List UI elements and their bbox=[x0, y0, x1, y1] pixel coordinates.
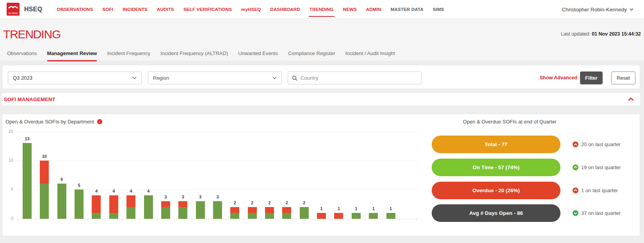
region-value: Region bbox=[153, 75, 169, 81]
country-search bbox=[288, 71, 422, 84]
bar-segment-overdue bbox=[265, 207, 274, 213]
nav-item-news[interactable]: NEWS bbox=[343, 0, 357, 19]
x-axis-tick bbox=[36, 219, 36, 221]
nav-item-incidents[interactable]: INCIDENTS bbox=[123, 0, 148, 19]
bar-value-label: 1 bbox=[331, 206, 347, 211]
nav-item-sims[interactable]: SIMS bbox=[433, 0, 444, 19]
section-header-sofi-management[interactable]: SOFI MANAGEMENT bbox=[2, 93, 640, 105]
bar bbox=[126, 195, 135, 218]
bar-segment-ontime bbox=[75, 189, 84, 218]
quarter-select[interactable]: Q3 2023 bbox=[8, 71, 142, 84]
section-title: SOFI MANAGEMENT bbox=[4, 96, 55, 102]
bar bbox=[317, 213, 326, 219]
country-input[interactable] bbox=[301, 75, 410, 81]
bar-segment-ontime bbox=[178, 207, 187, 219]
x-axis-tick bbox=[295, 219, 296, 221]
summary-pill: On Time - 57 (74%) bbox=[432, 159, 560, 176]
bar-segment-overdue bbox=[248, 207, 257, 213]
trend-up-icon bbox=[573, 188, 578, 193]
bar-value-label: 4 bbox=[89, 189, 104, 193]
bar bbox=[265, 207, 274, 219]
bar-segment-ontime bbox=[300, 207, 309, 219]
tab-compliance-register[interactable]: Compliance Register bbox=[288, 50, 335, 61]
x-axis-tick bbox=[87, 219, 88, 221]
region-select[interactable]: Region bbox=[148, 71, 282, 84]
bar-value-label: 1 bbox=[366, 206, 381, 211]
x-axis-tick bbox=[174, 219, 174, 221]
x-axis-tick bbox=[192, 219, 192, 221]
bar-segment-ontime bbox=[40, 184, 49, 218]
show-advanced-link[interactable]: Show Advanced bbox=[540, 75, 576, 80]
bar-segment-ontime bbox=[352, 213, 361, 219]
bar-value-label: 2 bbox=[227, 200, 243, 205]
bar-value-label: 4 bbox=[106, 189, 121, 193]
bar bbox=[300, 207, 309, 219]
page-title: TRENDING bbox=[3, 28, 60, 41]
bar-segment-ontime bbox=[196, 201, 205, 219]
summary-pill: Overdue - 20 (26%) bbox=[432, 182, 560, 199]
nav-item-myhseq[interactable]: myHSEQ bbox=[241, 0, 261, 19]
info-icon[interactable]: i bbox=[97, 119, 102, 124]
x-axis-tick bbox=[261, 219, 261, 221]
bar-value-label: 3 bbox=[210, 195, 225, 199]
bar-value-label: 6 bbox=[54, 177, 69, 182]
bar-value-label: 2 bbox=[279, 200, 295, 205]
bar-value-label: 3 bbox=[192, 195, 208, 199]
tab-unwanted-events[interactable]: Unwanted Events bbox=[238, 50, 278, 61]
y-axis-label: 0 bbox=[3, 216, 13, 221]
chart-title: Open & Overdue SOFIs by Department bbox=[5, 119, 94, 125]
bar-value-label: 1 bbox=[383, 206, 398, 211]
tab-incident-frequency-altrad-[interactable]: Incident Frequency (ALTRAD) bbox=[160, 50, 228, 61]
bar bbox=[23, 143, 32, 218]
user-menu[interactable]: Christopher Robin-Kennedy bbox=[562, 0, 633, 19]
bar-segment-ontime bbox=[213, 201, 222, 219]
bar-segment-overdue bbox=[282, 207, 291, 213]
bar bbox=[334, 213, 343, 219]
page: ALTRAD HSEQ OBSERVATIONSSOFIINCIDENTSAUD… bbox=[0, 0, 644, 243]
bar-value-label: 4 bbox=[141, 189, 156, 193]
bar bbox=[92, 195, 101, 218]
filter-button[interactable]: Filter bbox=[580, 71, 603, 84]
tab-observations[interactable]: Observations bbox=[7, 50, 37, 61]
trend-up-icon bbox=[573, 141, 578, 147]
nav-item-audits[interactable]: AUDITS bbox=[157, 0, 174, 19]
altrad-logo[interactable]: ALTRAD bbox=[7, 3, 20, 16]
reset-button[interactable]: Reset bbox=[611, 71, 635, 84]
bar bbox=[369, 213, 378, 219]
tab-incident-frequency[interactable]: Incident Frequency bbox=[107, 50, 150, 61]
nav-item-trending[interactable]: TRENDING bbox=[310, 0, 334, 19]
chevron-down-icon bbox=[630, 8, 633, 11]
bar-value-label: 1 bbox=[314, 206, 329, 211]
chevron-up-icon[interactable] bbox=[628, 97, 634, 101]
x-axis-tick bbox=[365, 219, 365, 221]
bar bbox=[178, 201, 187, 219]
nav-item-dashboard[interactable]: DASHBOARD bbox=[270, 0, 301, 19]
x-axis-tick bbox=[70, 219, 71, 221]
delta-text: 19 on last quarter bbox=[581, 164, 621, 171]
x-axis-tick bbox=[416, 219, 417, 221]
tab-management-review[interactable]: Management Review bbox=[47, 50, 97, 61]
tab-bar: ObservationsManagement ReviewIncident Fr… bbox=[7, 50, 395, 61]
summary-title: Open & Overdue SOFIs at end of Quarter bbox=[430, 119, 590, 125]
y-axis-label: 10 bbox=[3, 158, 13, 163]
bar-segment-ontime bbox=[57, 184, 66, 218]
bar bbox=[109, 195, 118, 218]
tab-incident-audit-insight[interactable]: Incident / Audit Insight bbox=[345, 50, 395, 61]
nav-item-observations[interactable]: OBSERVATIONS bbox=[57, 0, 93, 19]
bar-segment-ontime bbox=[126, 207, 135, 219]
bar-value-label: 3 bbox=[158, 195, 173, 199]
x-axis-tick bbox=[278, 219, 278, 221]
nav-item-self-verifications[interactable]: SELF VERIFICATIONS bbox=[183, 0, 232, 19]
bar-segment-overdue bbox=[334, 213, 343, 219]
filter-bar: Q3 2023 Region Show Advanced Filter Rese… bbox=[2, 65, 640, 89]
nav-item-master-data[interactable]: MASTER DATA bbox=[391, 0, 423, 19]
bar-value-label: 2 bbox=[262, 200, 278, 205]
gridline bbox=[16, 132, 418, 132]
x-axis-tick bbox=[330, 219, 330, 221]
sofi-management-panel: Open & Overdue SOFIs by Department i 051… bbox=[2, 114, 640, 236]
y-axis-label: 5 bbox=[3, 187, 13, 191]
nav-item-sofi[interactable]: SOFI bbox=[103, 0, 114, 19]
bar bbox=[213, 201, 222, 219]
bar-segment-ontime bbox=[265, 213, 274, 219]
nav-item-admin[interactable]: ADMIN bbox=[366, 0, 381, 19]
